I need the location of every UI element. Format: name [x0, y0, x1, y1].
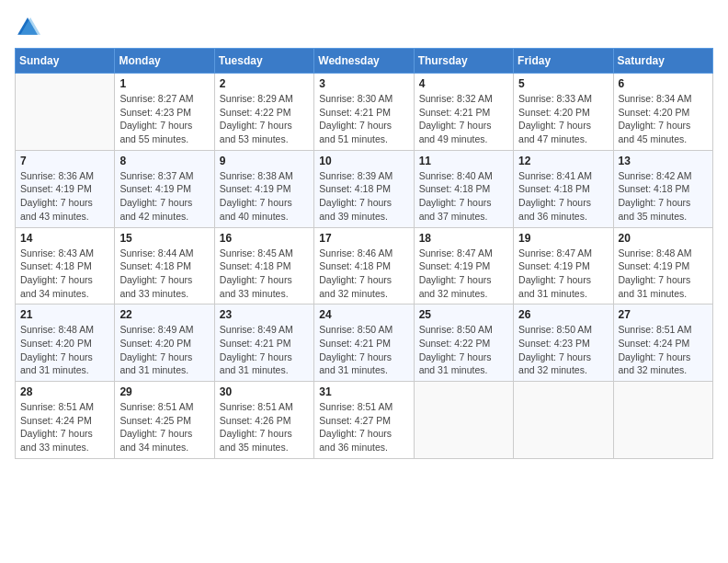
- day-info: Sunrise: 8:50 AMSunset: 4:21 PMDaylight:…: [319, 323, 408, 377]
- calendar-cell: 19 Sunrise: 8:47 AMSunset: 4:19 PMDaylig…: [514, 227, 613, 304]
- calendar-cell: 7 Sunrise: 8:36 AMSunset: 4:19 PMDayligh…: [16, 150, 115, 227]
- day-header: Tuesday: [214, 49, 313, 74]
- calendar-cell: 14 Sunrise: 8:43 AMSunset: 4:18 PMDaylig…: [16, 227, 115, 304]
- day-number: 24: [319, 308, 408, 321]
- day-info: Sunrise: 8:49 AMSunset: 4:21 PMDaylight:…: [220, 323, 309, 377]
- calendar-week-row: 7 Sunrise: 8:36 AMSunset: 4:19 PMDayligh…: [16, 150, 713, 227]
- day-info: Sunrise: 8:48 AMSunset: 4:20 PMDaylight:…: [20, 323, 109, 377]
- calendar-cell: 9 Sunrise: 8:38 AMSunset: 4:19 PMDayligh…: [214, 150, 313, 227]
- calendar-cell: 18 Sunrise: 8:47 AMSunset: 4:19 PMDaylig…: [414, 227, 513, 304]
- calendar-cell: 13 Sunrise: 8:42 AMSunset: 4:18 PMDaylig…: [613, 150, 712, 227]
- calendar-cell: 26 Sunrise: 8:50 AMSunset: 4:23 PMDaylig…: [514, 304, 613, 382]
- day-number: 29: [119, 385, 209, 398]
- day-number: 10: [319, 155, 408, 167]
- day-info: Sunrise: 8:50 AMSunset: 4:23 PMDaylight:…: [518, 323, 608, 377]
- day-number: 9: [220, 155, 309, 167]
- day-header: Friday: [514, 49, 613, 74]
- day-number: 8: [119, 155, 209, 167]
- day-number: 30: [220, 385, 309, 398]
- calendar-cell: 2 Sunrise: 8:29 AMSunset: 4:22 PMDayligh…: [214, 74, 313, 151]
- calendar-cell: 30 Sunrise: 8:51 AMSunset: 4:26 PMDaylig…: [214, 382, 313, 459]
- day-info: Sunrise: 8:36 AMSunset: 4:19 PMDaylight:…: [20, 169, 109, 224]
- calendar-cell: 16 Sunrise: 8:45 AMSunset: 4:18 PMDaylig…: [214, 227, 313, 304]
- day-header: Saturday: [613, 49, 712, 74]
- calendar-cell: 21 Sunrise: 8:48 AMSunset: 4:20 PMDaylig…: [16, 304, 115, 382]
- day-number: 22: [119, 308, 209, 321]
- day-info: Sunrise: 8:42 AMSunset: 4:18 PMDaylight:…: [619, 169, 708, 224]
- logo: [15, 15, 44, 40]
- day-number: 26: [518, 308, 608, 321]
- calendar-week-row: 21 Sunrise: 8:48 AMSunset: 4:20 PMDaylig…: [16, 304, 713, 382]
- day-number: 21: [20, 308, 109, 321]
- calendar-cell: 24 Sunrise: 8:50 AMSunset: 4:21 PMDaylig…: [314, 304, 414, 382]
- day-info: Sunrise: 8:51 AMSunset: 4:24 PMDaylight:…: [20, 400, 109, 454]
- day-info: Sunrise: 8:27 AMSunset: 4:23 PMDaylight:…: [119, 92, 209, 146]
- calendar-cell: 11 Sunrise: 8:40 AMSunset: 4:18 PMDaylig…: [414, 150, 513, 227]
- day-number: 6: [619, 77, 708, 90]
- day-header: Thursday: [414, 49, 513, 74]
- day-info: Sunrise: 8:47 AMSunset: 4:19 PMDaylight:…: [419, 247, 508, 301]
- calendar-week-row: 28 Sunrise: 8:51 AMSunset: 4:24 PMDaylig…: [16, 382, 713, 459]
- calendar-cell: 8 Sunrise: 8:37 AMSunset: 4:19 PMDayligh…: [115, 150, 214, 227]
- day-info: Sunrise: 8:51 AMSunset: 4:26 PMDaylight:…: [220, 400, 309, 454]
- day-number: 7: [20, 155, 109, 167]
- day-number: 1: [119, 77, 209, 90]
- day-number: 27: [619, 308, 708, 321]
- calendar-cell: 20 Sunrise: 8:48 AMSunset: 4:19 PMDaylig…: [613, 227, 712, 304]
- day-number: 16: [220, 232, 309, 245]
- calendar-cell: 23 Sunrise: 8:49 AMSunset: 4:21 PMDaylig…: [214, 304, 313, 382]
- calendar-cell: 28 Sunrise: 8:51 AMSunset: 4:24 PMDaylig…: [16, 382, 115, 459]
- day-header: Wednesday: [314, 49, 414, 74]
- day-info: Sunrise: 8:43 AMSunset: 4:18 PMDaylight:…: [20, 247, 109, 301]
- day-number: 25: [419, 308, 508, 321]
- day-info: Sunrise: 8:51 AMSunset: 4:25 PMDaylight:…: [119, 400, 209, 454]
- day-info: Sunrise: 8:47 AMSunset: 4:19 PMDaylight:…: [518, 247, 608, 301]
- day-info: Sunrise: 8:51 AMSunset: 4:24 PMDaylight:…: [619, 323, 708, 377]
- calendar-week-row: 14 Sunrise: 8:43 AMSunset: 4:18 PMDaylig…: [16, 227, 713, 304]
- calendar-cell: 31 Sunrise: 8:51 AMSunset: 4:27 PMDaylig…: [314, 382, 414, 459]
- day-info: Sunrise: 8:30 AMSunset: 4:21 PMDaylight:…: [319, 92, 408, 146]
- day-info: Sunrise: 8:44 AMSunset: 4:18 PMDaylight:…: [119, 247, 209, 301]
- calendar-cell: 4 Sunrise: 8:32 AMSunset: 4:21 PMDayligh…: [414, 74, 513, 151]
- day-info: Sunrise: 8:49 AMSunset: 4:20 PMDaylight:…: [119, 323, 209, 377]
- day-info: Sunrise: 8:45 AMSunset: 4:18 PMDaylight:…: [220, 247, 309, 301]
- calendar-cell: 29 Sunrise: 8:51 AMSunset: 4:25 PMDaylig…: [115, 382, 214, 459]
- day-number: 12: [518, 155, 608, 167]
- calendar-cell: [16, 74, 115, 151]
- day-number: 19: [518, 232, 608, 245]
- day-info: Sunrise: 8:46 AMSunset: 4:18 PMDaylight:…: [319, 247, 408, 301]
- calendar-cell: [514, 382, 613, 459]
- calendar-cell: 10 Sunrise: 8:39 AMSunset: 4:18 PMDaylig…: [314, 150, 414, 227]
- day-info: Sunrise: 8:48 AMSunset: 4:19 PMDaylight:…: [619, 247, 708, 301]
- calendar-cell: [414, 382, 513, 459]
- day-number: 14: [20, 232, 109, 245]
- calendar-cell: 5 Sunrise: 8:33 AMSunset: 4:20 PMDayligh…: [514, 74, 613, 151]
- calendar-cell: 15 Sunrise: 8:44 AMSunset: 4:18 PMDaylig…: [115, 227, 214, 304]
- day-info: Sunrise: 8:34 AMSunset: 4:20 PMDaylight:…: [619, 92, 708, 146]
- day-info: Sunrise: 8:50 AMSunset: 4:22 PMDaylight:…: [419, 323, 508, 377]
- day-info: Sunrise: 8:39 AMSunset: 4:18 PMDaylight:…: [319, 169, 408, 224]
- day-info: Sunrise: 8:32 AMSunset: 4:21 PMDaylight:…: [419, 92, 508, 146]
- calendar-cell: 25 Sunrise: 8:50 AMSunset: 4:22 PMDaylig…: [414, 304, 513, 382]
- day-header: Sunday: [16, 49, 115, 74]
- calendar-cell: 27 Sunrise: 8:51 AMSunset: 4:24 PMDaylig…: [613, 304, 712, 382]
- day-number: 15: [119, 232, 209, 245]
- day-number: 20: [619, 232, 708, 245]
- day-number: 11: [419, 155, 508, 167]
- day-info: Sunrise: 8:33 AMSunset: 4:20 PMDaylight:…: [518, 92, 608, 146]
- day-number: 2: [220, 77, 309, 90]
- day-info: Sunrise: 8:41 AMSunset: 4:18 PMDaylight:…: [518, 169, 608, 224]
- day-info: Sunrise: 8:38 AMSunset: 4:19 PMDaylight:…: [220, 169, 309, 224]
- calendar-cell: 3 Sunrise: 8:30 AMSunset: 4:21 PMDayligh…: [314, 74, 414, 151]
- calendar-cell: 17 Sunrise: 8:46 AMSunset: 4:18 PMDaylig…: [314, 227, 414, 304]
- calendar-week-row: 1 Sunrise: 8:27 AMSunset: 4:23 PMDayligh…: [16, 74, 713, 151]
- day-info: Sunrise: 8:29 AMSunset: 4:22 PMDaylight:…: [220, 92, 309, 146]
- day-header: Monday: [115, 49, 214, 74]
- day-number: 17: [319, 232, 408, 245]
- day-info: Sunrise: 8:51 AMSunset: 4:27 PMDaylight:…: [319, 400, 408, 454]
- day-info: Sunrise: 8:40 AMSunset: 4:18 PMDaylight:…: [419, 169, 508, 224]
- calendar-table: SundayMondayTuesdayWednesdayThursdayFrid…: [15, 48, 713, 459]
- day-number: 18: [419, 232, 508, 245]
- day-number: 5: [518, 77, 608, 90]
- day-number: 3: [319, 77, 408, 90]
